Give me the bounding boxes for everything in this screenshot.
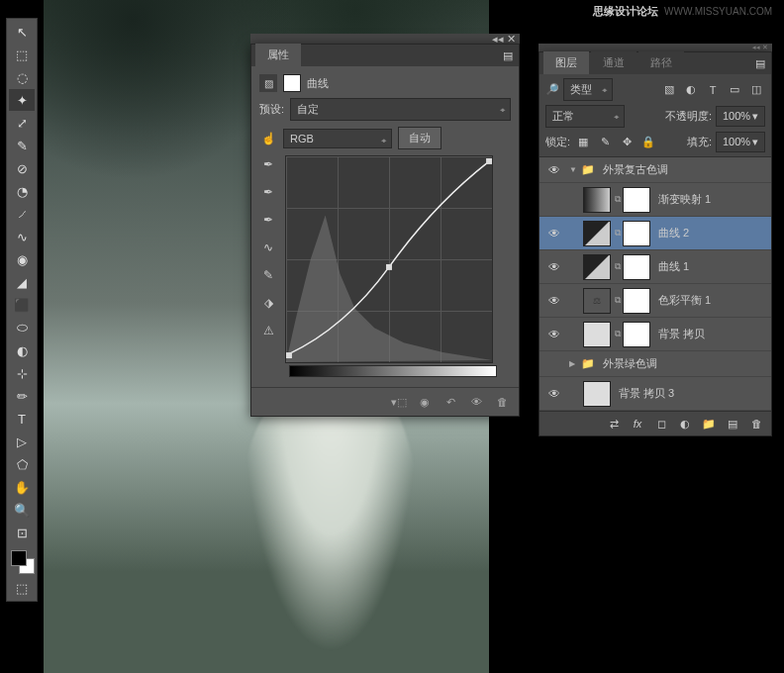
layer-row[interactable]: ⧉渐变映射 1 [539, 183, 771, 217]
tool-8[interactable]: ⟋ [9, 203, 35, 225]
tool-17[interactable]: T [9, 408, 35, 430]
tool-9[interactable]: ∿ [9, 226, 35, 247]
curves-graph[interactable] [285, 155, 493, 363]
layer-name[interactable]: 曲线 2 [658, 226, 765, 240]
image-thumb[interactable] [583, 322, 611, 347]
layer-name[interactable]: 背景 拷贝 [658, 327, 765, 341]
mask-thumb[interactable] [623, 288, 650, 314]
layer-row[interactable]: 👁⧉曲线 1 [539, 250, 771, 284]
mask-thumb[interactable] [623, 322, 650, 347]
mask-thumb[interactable] [623, 254, 650, 280]
filter-smart-icon[interactable]: ◫ [747, 82, 765, 98]
tool-4[interactable]: ⤢ [9, 112, 35, 134]
new-layer-icon[interactable]: ▤ [724, 416, 741, 432]
tab-paths[interactable]: 路径 [638, 51, 684, 74]
layer-name[interactable]: 背景 拷贝 3 [619, 386, 765, 401]
panel-menu-icon[interactable]: ▤ [497, 46, 519, 66]
tab-channels[interactable]: 通道 [591, 51, 637, 74]
clip-to-layer-icon[interactable]: ▾⬚ [390, 394, 408, 410]
layer-name[interactable]: 曲线 1 [658, 259, 765, 274]
triangle-icon[interactable]: ▼ [569, 165, 581, 174]
layer-name[interactable]: 色彩平衡 1 [658, 293, 765, 308]
lock-position-icon[interactable]: ✥ [618, 135, 636, 150]
link-layers-icon[interactable]: ⇄ [605, 416, 623, 432]
layer-name[interactable]: 渐变映射 1 [658, 192, 765, 207]
color-swatch[interactable] [9, 548, 35, 576]
visibility-toggle-icon[interactable]: 👁 [539, 163, 569, 177]
tool-18[interactable]: ▷ [9, 431, 35, 452]
visibility-toggle-icon[interactable]: 👁 [539, 227, 569, 240]
channel-dropdown[interactable]: RGB [283, 129, 392, 148]
eyedropper-white-icon[interactable]: ✒ [259, 211, 277, 229]
tool-11[interactable]: ◢ [9, 271, 35, 293]
filter-type-dropdown[interactable]: 类型 [563, 78, 613, 101]
tool-6[interactable]: ⊘ [9, 157, 35, 179]
lock-paint-icon[interactable]: ✎ [596, 135, 614, 150]
tool-21[interactable]: 🔍 [9, 499, 35, 521]
tool-3[interactable]: ✦ [9, 89, 35, 111]
layer-row[interactable]: 👁⧉背景 拷贝 [539, 318, 771, 351]
visibility-toggle-icon[interactable]: 👁 [539, 328, 569, 341]
opacity-input[interactable]: 100%▾ [716, 106, 765, 127]
fill-input[interactable]: 100%▾ [716, 132, 765, 152]
smooth-icon[interactable]: ⬗ [259, 294, 277, 312]
tool-16[interactable]: ✏ [9, 385, 35, 407]
tab-properties[interactable]: 属性 [255, 44, 301, 66]
layer-row[interactable]: ▶📁外景绿色调 [539, 351, 771, 377]
toggle-visibility-icon[interactable]: 👁 [467, 394, 485, 410]
tool-0[interactable]: ↖ [9, 21, 35, 43]
delete-adjustment-icon[interactable]: 🗑 [493, 394, 511, 410]
quickmask-icon[interactable]: ⬚ [9, 577, 35, 599]
reset-icon[interactable]: ↶ [441, 394, 459, 410]
mask-thumb[interactable] [623, 221, 650, 246]
delete-layer-icon[interactable]: 🗑 [747, 416, 765, 432]
new-adjustment-icon[interactable]: ◐ [676, 416, 694, 432]
add-mask-icon[interactable]: ◻ [652, 416, 670, 432]
finger-tool-icon[interactable]: ☝ [259, 130, 277, 147]
visibility-toggle-icon[interactable]: 👁 [539, 294, 569, 308]
panel-menu-icon[interactable]: ▤ [749, 53, 771, 74]
options-icon[interactable]: ⚠ [259, 322, 277, 339]
tool-20[interactable]: ✋ [9, 476, 35, 498]
lock-transparent-icon[interactable]: ▦ [574, 135, 592, 150]
tool-15[interactable]: ⊹ [9, 362, 35, 384]
visibility-toggle-icon[interactable]: 👁 [539, 387, 569, 401]
input-gradient[interactable] [289, 365, 497, 377]
filter-adjust-icon[interactable]: ◐ [682, 82, 700, 98]
tool-10[interactable]: ◉ [9, 248, 35, 270]
tool-22[interactable]: ⊡ [9, 522, 35, 543]
tool-2[interactable]: ◌ [9, 66, 35, 88]
visibility-toggle-icon[interactable]: 👁 [539, 260, 569, 274]
layer-row[interactable]: 👁⚖⧉色彩平衡 1 [539, 284, 771, 318]
mask-thumb[interactable] [623, 187, 650, 213]
layer-row[interactable]: 👁▼📁外景复古色调 [539, 157, 771, 183]
lock-all-icon[interactable]: 🔒 [639, 135, 657, 150]
curve-edit-icon[interactable]: ∿ [259, 239, 277, 256]
tool-1[interactable]: ⬚ [9, 44, 35, 65]
layer-name[interactable]: 外景复古色调 [603, 162, 765, 177]
filter-shape-icon[interactable]: ▭ [726, 82, 743, 98]
triangle-icon[interactable]: ▶ [569, 359, 581, 368]
eyedropper-gray-icon[interactable]: ✒ [259, 183, 277, 201]
new-group-icon[interactable]: 📁 [700, 416, 718, 432]
layer-row[interactable]: 👁背景 拷贝 3 [539, 377, 771, 411]
tool-5[interactable]: ✎ [9, 135, 35, 156]
filter-image-icon[interactable]: ▧ [660, 82, 678, 98]
layer-row[interactable]: 👁⧉曲线 2 [539, 217, 771, 250]
pencil-icon[interactable]: ✎ [259, 266, 277, 284]
auto-button[interactable]: 自动 [398, 127, 441, 149]
tool-13[interactable]: ⬭ [9, 317, 35, 338]
tool-14[interactable]: ◐ [9, 339, 35, 361]
tool-19[interactable]: ⬠ [9, 453, 35, 475]
filter-type-icon[interactable]: T [704, 82, 722, 98]
tool-12[interactable]: ⬛ [9, 294, 35, 316]
layer-name[interactable]: 外景绿色调 [603, 356, 765, 371]
blend-mode-dropdown[interactable]: 正常 [545, 105, 625, 128]
eyedropper-black-icon[interactable]: ✒ [259, 155, 277, 173]
layer-fx-icon[interactable]: fx [629, 416, 646, 432]
view-previous-icon[interactable]: ◉ [416, 394, 434, 410]
tab-layers[interactable]: 图层 [543, 51, 589, 74]
image-thumb[interactable] [583, 381, 611, 407]
tool-7[interactable]: ◔ [9, 180, 35, 202]
preset-dropdown[interactable]: 自定 [290, 98, 511, 121]
